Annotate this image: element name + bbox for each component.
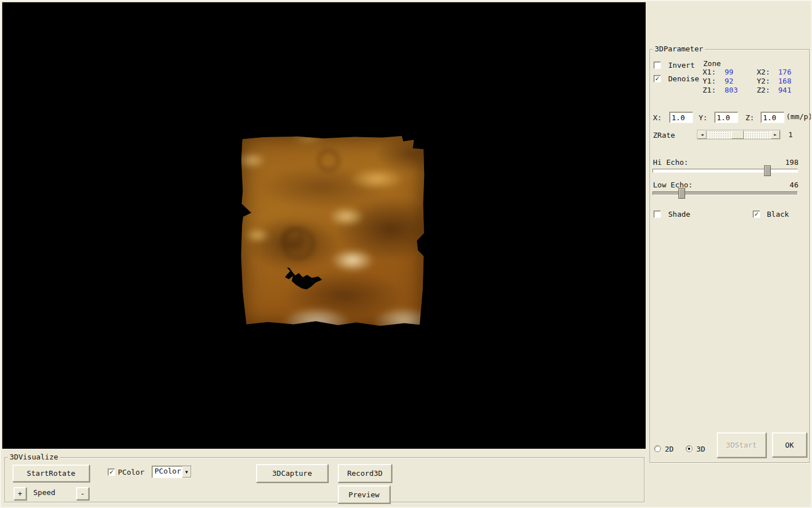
- pcolor-checkbox[interactable]: ✓: [108, 468, 115, 476]
- hi-echo-label: Hi Echo:: [653, 158, 689, 167]
- speed-minus-button[interactable]: -: [76, 487, 89, 500]
- check-icon: ✓: [754, 211, 758, 217]
- zrate-scroll-right-button[interactable]: ►: [771, 130, 780, 139]
- capture-3d-button[interactable]: 3DCapture: [256, 464, 328, 483]
- voxel-x-input[interactable]: [669, 112, 693, 123]
- pcolor-dropdown-button[interactable]: ▼: [182, 466, 191, 478]
- denoise-label: Denoise: [668, 75, 699, 83]
- hi-echo-value: 198: [774, 158, 798, 167]
- mode-2d-label: 2D: [665, 445, 674, 453]
- zrate-value: 1: [788, 130, 793, 139]
- parameter-group-title: 3DParameter: [653, 45, 705, 53]
- shade-label: Shade: [668, 210, 690, 218]
- zone-z2-value: 941: [778, 86, 791, 94]
- record-3d-button[interactable]: Record3D: [338, 464, 392, 483]
- low-echo-slider-track[interactable]: [652, 191, 798, 195]
- zone-y1-label: Y1:: [703, 77, 716, 85]
- black-label: Black: [767, 210, 789, 218]
- window-border: [811, 1, 811, 508]
- mode-2d-radio[interactable]: [654, 445, 661, 452]
- hi-echo-slider-track[interactable]: [652, 169, 798, 173]
- zone-z1-value: 803: [725, 86, 738, 94]
- shade-checkbox[interactable]: [654, 211, 661, 218]
- denoise-checkbox[interactable]: ✓: [654, 75, 661, 82]
- visualize-group-title: 3DVisualize: [8, 453, 60, 461]
- zone-y2-label: Y2:: [757, 77, 770, 85]
- pcolor-dropdown[interactable]: PColor ▼: [152, 466, 192, 478]
- zrate-scrollbar: ◄ ►: [697, 130, 780, 139]
- zone-x1-label: X1:: [703, 68, 716, 76]
- start-rotate-button[interactable]: StartRotate: [12, 465, 90, 482]
- invert-label: Invert: [668, 61, 695, 69]
- low-echo-value: 46: [774, 181, 798, 189]
- check-icon: ✓: [655, 76, 659, 81]
- zone-x2-label: X2:: [757, 68, 770, 76]
- low-echo-label: Low Echo:: [653, 181, 692, 189]
- ultrasound-volume-render: [240, 135, 425, 327]
- zone-y1-value: 92: [725, 77, 734, 85]
- zrate-scroll-thumb[interactable]: [731, 130, 744, 139]
- invert-checkbox[interactable]: [654, 62, 661, 69]
- speed-label: Speed: [33, 488, 55, 497]
- mode-3d-radio[interactable]: [686, 445, 692, 452]
- voxel-unit-label: (mm/p): [786, 112, 812, 121]
- hi-echo-slider-thumb[interactable]: [764, 165, 771, 176]
- radio-dot: [688, 448, 690, 450]
- zrate-label: ZRate: [653, 131, 675, 139]
- zrate-scroll-track[interactable]: [707, 130, 771, 139]
- voxel-y-label: Y:: [699, 113, 708, 122]
- ok-button[interactable]: OK: [772, 432, 807, 457]
- voxel-z-label: Z:: [745, 113, 754, 122]
- volume-vignette: [240, 135, 425, 327]
- zone-x1-value: 99: [725, 68, 734, 76]
- check-icon: ✓: [109, 469, 113, 475]
- voxel-x-label: X:: [653, 113, 662, 122]
- pcolor-dropdown-value: PColor: [152, 466, 182, 478]
- arrow-right-icon: ►: [774, 132, 777, 137]
- start-3d-button[interactable]: 3DStart: [717, 432, 766, 458]
- zone-z2-label: Z2:: [757, 86, 770, 94]
- zrate-scroll-left-button[interactable]: ◄: [698, 130, 707, 139]
- voxel-z-input[interactable]: [761, 112, 784, 123]
- zone-z1-label: Z1:: [703, 86, 716, 94]
- zone-y2-value: 168: [778, 77, 791, 85]
- zone-x2-value: 176: [778, 68, 791, 76]
- chevron-down-icon: ▼: [186, 470, 188, 475]
- parameter-groupbox: 3DParameter: [650, 49, 810, 463]
- voxel-y-input[interactable]: [714, 112, 738, 123]
- pcolor-checkbox-label: PColor: [118, 468, 144, 476]
- app-window: { "colors": { "panel_bg": "#ece9d8", "vi…: [0, 0, 812, 508]
- low-echo-slider-thumb[interactable]: [678, 188, 685, 199]
- arrow-left-icon: ◄: [701, 132, 704, 137]
- speed-plus-button[interactable]: +: [14, 487, 27, 500]
- black-checkbox[interactable]: ✓: [753, 211, 760, 218]
- mode-3d-label: 3D: [696, 445, 705, 453]
- preview-button[interactable]: Preview: [338, 485, 390, 503]
- render-viewport[interactable]: [2, 2, 646, 449]
- zone-title: Zone: [703, 59, 721, 68]
